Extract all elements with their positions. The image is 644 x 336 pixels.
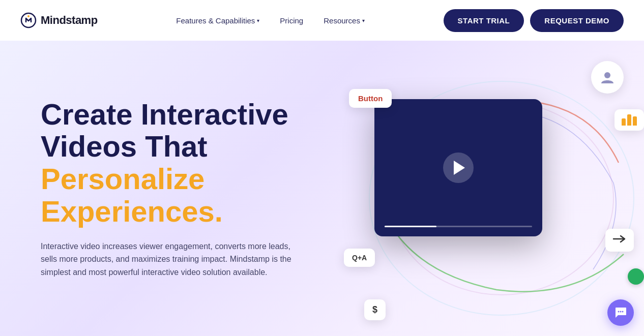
video-player[interactable]: [374, 99, 542, 236]
floating-button-badge: Button: [349, 89, 392, 108]
cta-buttons: START TRIAL REQUEST DEMO: [444, 9, 624, 32]
hero-description: Interactive video increases viewer engag…: [41, 240, 305, 279]
svg-point-7: [622, 311, 624, 313]
floating-dollar-badge: $: [364, 299, 386, 320]
svg-point-4: [604, 72, 610, 78]
hero-illustration: Button Q+A $: [339, 51, 644, 335]
logo-icon: [20, 12, 37, 28]
logo[interactable]: Mindstamp: [20, 12, 98, 28]
chart-bar-3: [633, 116, 637, 126]
floating-chart-badge: [614, 109, 644, 131]
chat-icon: [614, 306, 627, 319]
svg-point-5: [618, 311, 620, 313]
header: Mindstamp Features & Capabilities ▾ Pric…: [0, 0, 644, 41]
hero-title-line3: Personalize Experiences.: [41, 163, 315, 228]
floating-qa-badge: Q+A: [344, 249, 375, 267]
video-progress-bar: [385, 226, 532, 227]
start-trial-button[interactable]: START TRIAL: [444, 9, 524, 32]
svg-point-1: [27, 15, 30, 17]
play-button[interactable]: [443, 152, 474, 183]
hero-content: Create Interactive Videos That Personali…: [0, 98, 336, 279]
features-chevron-icon: ▾: [257, 18, 259, 23]
floating-green-dot: [628, 268, 644, 285]
arrow-icon: [612, 234, 627, 244]
request-demo-button[interactable]: REQUEST DEMO: [530, 9, 624, 32]
floating-arrow-badge: [605, 229, 634, 252]
nav-features[interactable]: Features & Capabilities ▾: [168, 12, 268, 29]
logo-text: Mindstamp: [41, 14, 98, 27]
svg-point-6: [620, 311, 622, 313]
resources-chevron-icon: ▾: [362, 18, 365, 23]
floating-user-avatar: [591, 61, 624, 94]
chart-bar-2: [627, 114, 631, 126]
user-icon: [599, 69, 616, 85]
nav-resources[interactable]: Resources ▾: [315, 12, 373, 29]
chart-bar-1: [622, 118, 626, 126]
nav-pricing[interactable]: Pricing: [272, 12, 311, 29]
video-progress-fill: [385, 226, 436, 227]
hero-title-line1: Create Interactive: [41, 98, 315, 131]
hero-section: Create Interactive Videos That Personali…: [0, 41, 644, 336]
hero-title-line2: Videos That: [41, 130, 315, 163]
main-nav: Features & Capabilities ▾ Pricing Resour…: [168, 12, 373, 29]
chat-button[interactable]: [607, 299, 634, 326]
play-icon: [454, 161, 465, 175]
